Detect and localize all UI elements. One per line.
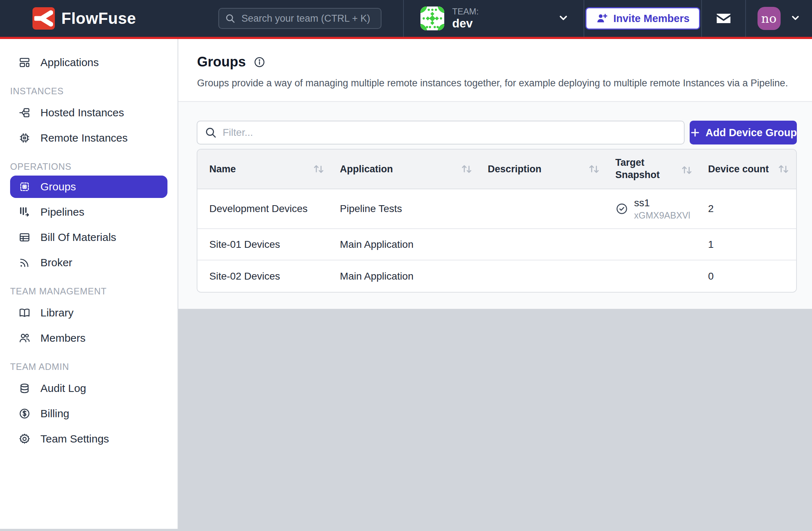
table-row-site-02-devices[interactable]: Site-02 DevicesMain Application0 (197, 260, 796, 292)
sidebar-item-label: Billing (40, 407, 69, 420)
sidebar-item-billing[interactable]: Billing (0, 401, 178, 426)
sidebar-section-team-admin: TEAM ADMIN (10, 362, 178, 372)
background-area (178, 309, 812, 529)
table-row-site-01-devices[interactable]: Site-01 DevicesMain Application1 (197, 229, 796, 260)
sidebar-item-groups[interactable]: Groups (10, 176, 167, 198)
sidebar-section-instances: INSTANCES (10, 86, 178, 96)
sidebar-item-label: Audit Log (40, 382, 86, 394)
sidebar-item-applications[interactable]: Applications (0, 50, 178, 75)
team-selector[interactable]: TEAM: dev (403, 0, 584, 37)
team-name: dev (452, 17, 479, 30)
brand-name: FlowFuse (61, 9, 136, 27)
top-header: FlowFuse (0, 0, 812, 39)
sort-icon[interactable] (460, 163, 473, 175)
library-icon (18, 306, 31, 319)
cell-device-count: 2 (708, 203, 796, 215)
sidebar-nav: ApplicationsINSTANCESHosted InstancesRem… (0, 39, 178, 529)
sidebar-section-team-management: TEAM MANAGEMENT (10, 286, 178, 297)
remote-instances-icon (18, 131, 31, 144)
cell-application: Pipeline Tests (340, 203, 488, 215)
sidebar-item-audit-log[interactable]: Audit Log (0, 376, 178, 401)
sidebar-item-label: Remote Instances (40, 132, 128, 144)
info-icon[interactable] (254, 56, 265, 68)
table-header-row: NameApplicationDescriptionTarget Snapsho… (197, 150, 796, 189)
groups-panel: Add Device Group NameApplicationDescript… (178, 102, 812, 309)
mail-icon (715, 10, 732, 27)
bill-of-materials-icon (18, 231, 31, 244)
pipelines-icon (18, 206, 31, 219)
team-avatar (420, 7, 444, 30)
team-search[interactable] (218, 8, 381, 29)
sidebar-item-label: Members (40, 332, 86, 344)
sidebar-item-broker[interactable]: Broker (0, 250, 178, 275)
hosted-instances-icon (18, 106, 31, 119)
sidebar-item-label: Bill Of Materials (40, 231, 116, 243)
cell-application: Main Application (340, 271, 488, 282)
chevron-down-icon (790, 12, 801, 25)
filter-input[interactable] (223, 127, 677, 138)
sidebar-item-label: Library (40, 307, 74, 319)
cell-application: Main Application (340, 239, 488, 250)
sidebar-item-bill-of-materials[interactable]: Bill Of Materials (0, 225, 178, 250)
invite-members-button[interactable]: Invite Members (585, 7, 700, 30)
audit-log-icon (18, 382, 31, 395)
page-title: Groups (197, 54, 246, 70)
snapshot-name: ss1 (634, 197, 690, 210)
device-groups-table: NameApplicationDescriptionTarget Snapsho… (197, 149, 797, 293)
groups-icon (18, 180, 31, 193)
chevron-down-icon (558, 12, 569, 25)
sidebar-item-team-settings[interactable]: Team Settings (0, 426, 178, 452)
sidebar-item-label: Groups (40, 181, 76, 193)
search-icon (205, 126, 217, 139)
table-row-development-devices[interactable]: Development DevicesPipeline Testsss1xGMX… (197, 189, 796, 229)
main-content: Groups Groups provide a way of managing … (178, 39, 812, 529)
flowfuse-logo-icon (32, 7, 55, 30)
brand[interactable]: FlowFuse (32, 7, 136, 30)
notifications-button[interactable] (701, 0, 745, 37)
column-header-device-count[interactable]: Device count (708, 163, 796, 175)
column-header-name[interactable]: Name (197, 163, 340, 175)
team-settings-icon (18, 432, 31, 445)
plus-icon (690, 127, 700, 138)
add-device-group-button[interactable]: Add Device Group (690, 121, 797, 144)
members-icon (18, 332, 31, 345)
search-input[interactable] (218, 8, 381, 29)
sidebar-item-remote-instances[interactable]: Remote Instances (0, 125, 178, 151)
sidebar-item-label: Hosted Instances (40, 107, 124, 119)
column-header-description[interactable]: Description (488, 163, 615, 175)
sidebar-item-label: Broker (40, 256, 72, 269)
sidebar-item-library[interactable]: Library (0, 300, 178, 325)
filter-field[interactable] (197, 121, 685, 144)
sort-icon[interactable] (312, 163, 326, 175)
user-plus-icon (596, 12, 608, 25)
cell-device-count: 0 (708, 271, 796, 282)
sort-icon[interactable] (680, 164, 694, 176)
sidebar-item-members[interactable]: Members (0, 325, 178, 351)
sidebar-item-hosted-instances[interactable]: Hosted Instances (0, 100, 178, 125)
billing-icon (18, 407, 31, 420)
applications-icon (18, 56, 31, 69)
cell-device-count: 1 (708, 239, 796, 250)
sidebar-item-label: Applications (40, 56, 99, 69)
column-header-target-snapshot[interactable]: Target Snapshot (615, 157, 708, 181)
cell-name: Site-02 Devices (197, 271, 340, 282)
search-icon (225, 13, 236, 25)
sidebar-section-operations: OPERATIONS (10, 161, 178, 172)
user-menu[interactable]: no (745, 0, 812, 37)
sort-icon[interactable] (587, 163, 601, 175)
sidebar-item-pipelines[interactable]: Pipelines (0, 199, 178, 225)
snapshot-id: xGMX9ABXVl (634, 210, 690, 221)
cell-target-snapshot: ss1xGMX9ABXVl (615, 197, 708, 221)
cell-name: Site-01 Devices (197, 239, 340, 250)
table-body: Development DevicesPipeline Testsss1xGMX… (197, 189, 796, 292)
sidebar-item-label: Team Settings (40, 433, 109, 445)
team-label: TEAM: (452, 7, 479, 17)
sort-icon[interactable] (777, 163, 790, 175)
column-header-application[interactable]: Application (340, 163, 488, 175)
cell-name: Development Devices (197, 203, 340, 215)
sidebar-item-label: Pipelines (40, 206, 84, 218)
page-header: Groups Groups provide a way of managing … (178, 39, 812, 102)
broker-icon (18, 256, 31, 269)
check-circle-icon (615, 202, 628, 215)
user-avatar: no (758, 7, 781, 30)
